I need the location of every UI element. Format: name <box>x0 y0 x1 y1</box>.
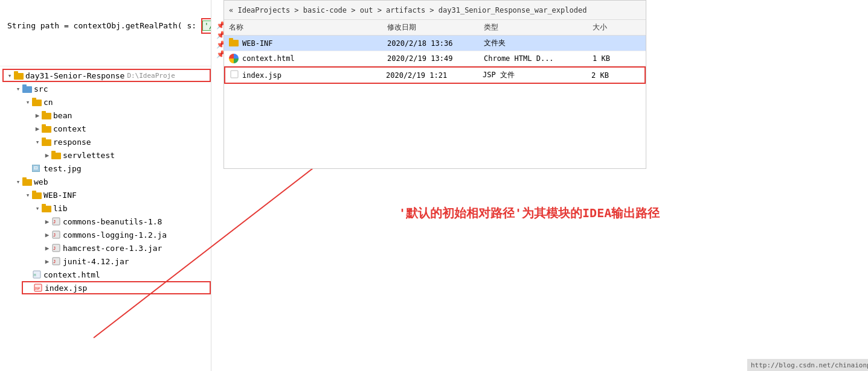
col-type: 类型 <box>484 22 593 33</box>
folder-cn-icon <box>32 97 42 107</box>
tree-item-junit-label: junit-4.12.jar <box>63 257 129 266</box>
tree-item-bean[interactable]: ▶ bean <box>31 109 211 122</box>
col-date: 修改日期 <box>387 22 484 33</box>
tree-item-commons-bean-label: commons-beanutils-1.8 <box>63 217 162 226</box>
tree-item-root[interactable]: ▾ day31-Senior-Response D:\IdeaProje <box>2 69 211 82</box>
svg-rect-9 <box>42 124 46 127</box>
project-tree[interactable]: ▾ day31-Senior-Response D:\IdeaProje ▾ s… <box>0 66 211 371</box>
file-table-header: 名称 修改日期 类型 大小 <box>224 20 646 36</box>
tree-item-root-label: day31-Senior-Response <box>25 71 124 80</box>
tree-item-commons-log[interactable]: ▶ J commons-logging-1.2.ja <box>41 228 211 241</box>
tree-item-hamcrest[interactable]: ▶ J hamcrest-core-1.3.jar <box>41 241 211 255</box>
file-index-jsp-size: 2 KB <box>591 71 640 80</box>
tree-item-commons-bean[interactable]: ▶ J commons-beanutils-1.8 <box>41 215 211 228</box>
pin-button-2[interactable]: 📌 <box>216 31 223 38</box>
pin-button-3[interactable]: 📌 <box>216 40 223 48</box>
tree-item-testjpg[interactable]: ▶ 🖼 test.jpg <box>22 162 211 175</box>
tree-item-context[interactable]: ▶ context <box>31 122 211 135</box>
folder-webinf-file-icon <box>229 38 239 48</box>
svg-text:J: J <box>53 220 56 224</box>
file-name-webinf: WEB-INF <box>229 38 387 48</box>
tree-item-src[interactable]: ▾ src <box>12 82 211 95</box>
code-area: String path = contextObj.getRealPath( s:… <box>0 0 211 66</box>
chevron-junit-icon: ▶ <box>43 258 51 265</box>
folder-src-icon <box>22 84 32 94</box>
tree-item-webinf[interactable]: ▾ WEB-INF <box>22 188 211 201</box>
file-index-jsp-date: 2020/2/19 1:21 <box>386 71 483 80</box>
file-context-html-name: context.html <box>242 54 295 63</box>
svg-rect-14 <box>22 179 32 186</box>
chevron-web-icon: ▾ <box>14 178 22 186</box>
chevron-cn-icon: ▾ <box>24 98 31 106</box>
file-row-index-jsp[interactable]: index.jsp 2020/2/19 1:21 JSP 文件 2 KB <box>224 66 646 84</box>
tree-item-context-html-label: context.html <box>43 270 100 279</box>
jar-logging-icon: J <box>51 230 61 239</box>
svg-text:JSP: JSP <box>34 287 40 290</box>
folder-context-icon <box>42 124 51 133</box>
html-file-icon: H <box>32 270 42 279</box>
svg-rect-3 <box>22 84 27 87</box>
svg-rect-13 <box>51 151 56 153</box>
file-webinf-date: 2020/2/18 13:36 <box>387 39 484 48</box>
chevron-response-icon: ▾ <box>34 138 41 146</box>
svg-rect-7 <box>42 111 46 113</box>
tree-item-web-label: web <box>34 177 48 186</box>
tree-item-cn[interactable]: ▾ cn <box>22 95 211 109</box>
tree-item-context-html[interactable]: ▶ H context.html <box>22 268 211 281</box>
code-line-spacer2 <box>7 47 204 60</box>
jsp-file-icon: JSP <box>33 283 43 293</box>
svg-rect-16 <box>32 192 42 199</box>
file-context-html-size: 1 KB <box>593 54 641 63</box>
chevron-bean-jar-icon: ▶ <box>43 218 51 226</box>
tree-item-cn-label: cn <box>43 98 53 107</box>
tree-item-lib-label: lib <box>53 204 67 213</box>
svg-rect-17 <box>32 191 36 193</box>
file-row-context-html[interactable]: context.html 2020/2/19 13:49 Chrome HTML… <box>224 51 646 66</box>
jar-hamcrest-icon: J <box>51 243 61 253</box>
svg-rect-0 <box>14 73 24 80</box>
code-line-1 <box>7 5 204 18</box>
folder-servlettest-icon <box>51 150 61 160</box>
file-explorer: « IdeaProjects > basic-code > out > arti… <box>223 0 646 169</box>
code-string-value: '/index.jsp' <box>202 21 211 31</box>
tree-item-lib[interactable]: ▾ lib <box>31 201 211 215</box>
code-text: String path = contextObj.getRealPath( s: <box>7 21 201 30</box>
pin-button-4[interactable]: 📌 <box>216 50 223 57</box>
tree-item-servlettest[interactable]: ▶ servlettest <box>41 148 211 162</box>
folder-lib-icon <box>42 203 51 213</box>
folder-response-icon <box>42 137 51 147</box>
image-file-icon: 🖼 <box>32 163 42 173</box>
tree-item-web[interactable]: ▾ web <box>12 175 211 188</box>
file-index-jsp-name: index.jsp <box>242 71 281 80</box>
tree-item-index-jsp[interactable]: ▶ JSP index.jsp <box>22 281 211 294</box>
chevron-log-jar-icon: ▶ <box>43 231 51 239</box>
file-webinf-name: WEB-INF <box>242 39 273 48</box>
file-index-jsp-type: JSP 文件 <box>483 70 591 80</box>
pin-button-1[interactable]: 📌 <box>216 21 223 28</box>
breadcrumb-text: « IdeaProjects > basic-code > out > arti… <box>229 6 587 14</box>
tree-item-response[interactable]: ▾ response <box>31 135 211 148</box>
annotation-text: '默认的初始相对路径'为其模块的IDEA输出路径 <box>399 205 660 221</box>
tree-item-junit[interactable]: ▶ J junit-4.12.jar <box>41 255 211 268</box>
url-text: http://blog.csdn.net/chinaionpnd <box>751 361 868 369</box>
svg-rect-19 <box>42 204 46 206</box>
file-row-webinf[interactable]: WEB-INF 2020/2/18 13:36 文件夹 <box>224 36 646 51</box>
jar-beanutils-icon: J <box>51 217 61 226</box>
svg-text:H: H <box>34 273 36 277</box>
chrome-file-icon <box>229 54 239 63</box>
jsp-explorer-icon <box>230 70 239 80</box>
file-explorer-toolbar: « IdeaProjects > basic-code > out > arti… <box>224 1 646 20</box>
tree-item-context-label: context <box>53 124 86 133</box>
file-name-index-jsp: index.jsp <box>230 70 386 80</box>
tree-item-src-label: src <box>34 84 48 94</box>
svg-rect-35 <box>229 38 233 40</box>
col-name: 名称 <box>229 22 387 33</box>
folder-web-icon <box>22 177 32 186</box>
ide-project-panel: String path = contextObj.getRealPath( s:… <box>0 0 211 371</box>
chevron-bean-icon: ▶ <box>34 112 41 119</box>
svg-rect-2 <box>22 86 32 93</box>
code-string-highlighted: '/index.jsp' <box>201 18 211 34</box>
file-context-html-date: 2020/2/19 13:49 <box>387 54 484 63</box>
chevron-lib-icon: ▾ <box>34 205 41 212</box>
svg-rect-12 <box>51 153 61 159</box>
